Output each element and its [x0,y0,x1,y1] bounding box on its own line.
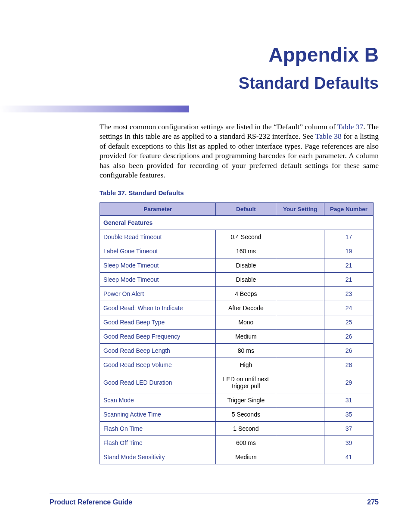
table-row: Flash Off Time600 ms39 [100,436,374,450]
default-cell: Mono [216,315,276,330]
your-setting-cell [276,344,324,358]
defaults-table: Parameter Default Your Setting Page Numb… [100,202,374,464]
parameter-cell[interactable]: Scan Mode [100,393,216,408]
default-cell: 5 Seconds [216,408,276,422]
col-parameter: Parameter [100,203,216,216]
page-number-cell[interactable]: 17 [324,230,374,244]
your-setting-cell [276,358,324,372]
parameter-cell[interactable]: Flash On Time [100,422,216,436]
appendix-title: Appendix B [50,43,379,66]
page-number-cell[interactable]: 28 [324,358,374,372]
your-setting-cell [276,230,324,244]
parameter-cell[interactable]: Good Read LED Duration [100,372,216,393]
default-cell: LED on until next trigger pull [216,372,276,393]
table-row: Sleep Mode TimeoutDisable21 [100,273,374,287]
parameter-cell[interactable]: Good Read Beep Type [100,315,216,330]
col-your-setting: Your Setting [276,203,324,216]
page-number-cell[interactable]: 25 [324,315,374,330]
default-cell: 80 ms [216,344,276,358]
your-setting-cell [276,408,324,422]
table-header-row: Parameter Default Your Setting Page Numb… [100,203,374,216]
your-setting-cell [276,372,324,393]
page-subtitle: Standard Defaults [50,74,379,93]
your-setting-cell [276,301,324,315]
default-cell: Disable [216,273,276,287]
parameter-cell[interactable]: Double Read Timeout [100,230,216,244]
table-row: Power On Alert4 Beeps23 [100,287,374,301]
default-cell: Disable [216,258,276,273]
parameter-cell[interactable]: Flash Off Time [100,436,216,450]
page-number-cell[interactable]: 21 [324,273,374,287]
default-cell: High [216,358,276,372]
page-number-cell[interactable]: 37 [324,422,374,436]
page-number-cell[interactable]: 19 [324,244,374,258]
parameter-cell[interactable]: Good Read: When to Indicate [100,301,216,315]
default-cell: 160 ms [216,244,276,258]
page-number-cell[interactable]: 41 [324,450,374,464]
your-setting-cell [276,287,324,301]
parameter-cell[interactable]: Good Read Beep Length [100,344,216,358]
page-number-cell[interactable]: 29 [324,372,374,393]
default-cell: Medium [216,450,276,464]
your-setting-cell [276,315,324,330]
col-default: Default [216,203,276,216]
table-row: Good Read Beep TypeMono25 [100,315,374,330]
page-number-cell[interactable]: 23 [324,287,374,301]
table-row: Good Read: When to IndicateAfter Decode2… [100,301,374,315]
table-row: Good Read LED DurationLED on until next … [100,372,374,393]
intro-text-1: The most common configuration settings a… [100,122,337,131]
your-setting-cell [276,422,324,436]
default-cell: 4 Beeps [216,287,276,301]
table-row: Sleep Mode TimeoutDisable21 [100,258,374,273]
your-setting-cell [276,258,324,273]
parameter-cell[interactable]: Stand Mode Sensitivity [100,450,216,464]
parameter-cell[interactable]: Good Read Beep Volume [100,358,216,372]
default-cell: 0.4 Second [216,230,276,244]
default-cell: Medium [216,330,276,344]
parameter-cell[interactable]: Sleep Mode Timeout [100,258,216,273]
page-number-cell[interactable]: 24 [324,301,374,315]
table-row: Stand Mode SensitivityMedium41 [100,450,374,464]
table-row: Double Read Timeout0.4 Second17 [100,230,374,244]
page-number-cell[interactable]: 26 [324,344,374,358]
page-number-cell[interactable]: 26 [324,330,374,344]
table-caption: Table 37. Standard Defaults [100,189,379,196]
default-cell: 1 Second [216,422,276,436]
your-setting-cell [276,450,324,464]
page-number-cell[interactable]: 21 [324,258,374,273]
parameter-cell[interactable]: Power On Alert [100,287,216,301]
table-row: Good Read Beep VolumeHigh28 [100,358,374,372]
parameter-cell[interactable]: Sleep Mode Timeout [100,273,216,287]
parameter-cell[interactable]: Label Gone Timeout [100,244,216,258]
decorative-bar [0,106,189,112]
your-setting-cell [276,393,324,408]
page-footer: Product Reference Guide 275 [50,494,379,506]
table-row: Label Gone Timeout160 ms19 [100,244,374,258]
page-number-cell[interactable]: 31 [324,393,374,408]
section-label: General Features [100,216,374,230]
parameter-cell[interactable]: Good Read Beep Frequency [100,330,216,344]
default-cell: 600 ms [216,436,276,450]
table-row: Good Read Beep Length80 ms26 [100,344,374,358]
footer-page-number: 275 [367,498,379,506]
footer-left: Product Reference Guide [50,498,132,506]
section-row: General Features [100,216,374,230]
parameter-cell[interactable]: Scanning Active Time [100,408,216,422]
default-cell: After Decode [216,301,276,315]
your-setting-cell [276,330,324,344]
intro-paragraph: The most common configuration settings a… [100,122,379,180]
table-37-link[interactable]: Table 37 [337,122,364,131]
table-row: Flash On Time1 Second37 [100,422,374,436]
page-number-cell[interactable]: 39 [324,436,374,450]
table-38-link[interactable]: Table 38 [315,132,342,140]
table-row: Scan ModeTrigger Single31 [100,393,374,408]
your-setting-cell [276,244,324,258]
col-page-number: Page Number [324,203,374,216]
table-row: Good Read Beep FrequencyMedium26 [100,330,374,344]
your-setting-cell [276,273,324,287]
your-setting-cell [276,436,324,450]
table-row: Scanning Active Time5 Seconds35 [100,408,374,422]
page-number-cell[interactable]: 35 [324,408,374,422]
default-cell: Trigger Single [216,393,276,408]
